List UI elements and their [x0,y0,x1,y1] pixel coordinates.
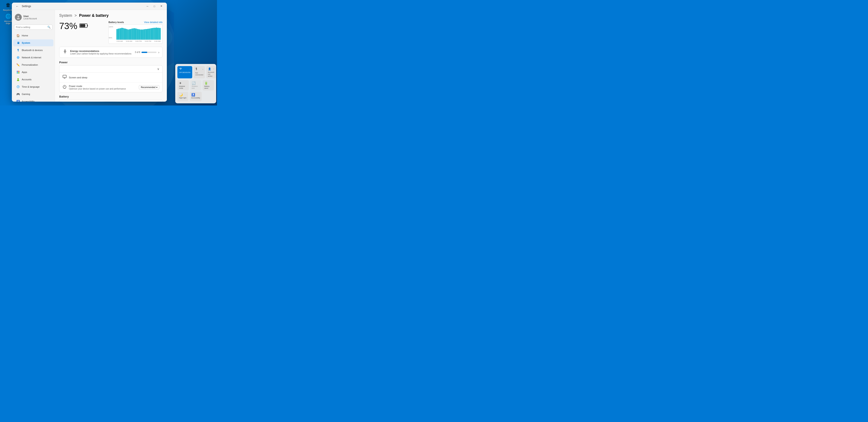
energy-title: Energy recommendations [70,50,135,52]
power-mode-dropdown[interactable]: Recommended ▾ [139,85,159,89]
sidebar-item-bluetooth[interactable]: Bluetooth & devices [13,47,53,54]
chart-bar [129,29,130,40]
sidebar-item-accounts[interactable]: Accounts [13,76,53,83]
qs-wifi-tile[interactable]: › UPCBD3D25D [177,66,192,79]
screen-sleep-row[interactable]: Screen and sleep [59,72,162,83]
gaming-icon: 🎮 [16,92,20,96]
qs-account-icon: 👤 [208,67,211,70]
energy-icon [62,49,68,55]
chart-x-labels: 3:00 AM 9:00 AM 3:00 PM 9:00 PM 3:00 AM [117,40,161,42]
sidebar-item-label: Gaming [22,93,30,95]
sidebar-item-label: Bluetooth & devices [22,49,42,52]
energy-count: 3 of 8 [135,51,140,53]
account-tile-label: Account not active [208,71,214,77]
chart-bar [146,29,147,40]
window-controls: ─ □ ✕ [145,4,164,9]
power-mode-label: Power mode [69,85,139,87]
qs-bluetooth-icon [195,67,197,71]
battery-section-header: Battery [59,95,162,98]
chart-title: Battery levels [108,21,124,24]
desktop: 🗑 Recycle Bin 🌐 Microsoft Edge ← Setting… [0,0,217,106]
screen-sleep-label: Screen and sleep [69,76,159,79]
battery-saver-row[interactable]: Battery saver Extend battery life by lim… [59,100,162,102]
sidebar: User Local Account 🔍 🏠 Home 🖥 System [12,10,55,102]
power-mode-row[interactable]: Power mode Optimize your device based on… [59,83,162,92]
svg-point-21 [64,51,66,52]
qs-accessibility-tile[interactable]: ♿ Accessibility [190,92,202,101]
personalization-icon: ✏️ [16,63,20,67]
power-expand-header[interactable]: ∨ [59,65,162,72]
maximize-button[interactable]: □ [151,4,157,9]
chart-bar [138,29,140,40]
breadcrumb: System > Power & battery [59,13,162,18]
search-icon: 🔍 [48,26,51,29]
qs-bluetooth-tile[interactable]: › Not connected [193,66,205,79]
avatar [15,14,22,21]
chart-bar [121,28,123,40]
chart-bar [157,28,158,40]
chart-bar [117,29,118,40]
search-box[interactable]: 🔍 [14,25,53,30]
sidebar-item-label: Accounts [22,78,31,81]
wifi-icon [179,67,182,71]
accounts-icon [16,78,20,81]
battery-chart: 100% 50% 3:00 AM 9:00 AM 3:00 PM 9:00 PM [108,24,162,44]
sidebar-item-accessibility[interactable]: ♿ Accessibility [13,98,53,102]
qs-account-arrow-icon: › [214,68,214,70]
chart-bar [156,28,157,40]
close-button[interactable]: ✕ [158,4,164,9]
qs-battery-saver-tile[interactable]: 🔋 Battery saver [203,80,214,90]
chart-bar [128,30,129,40]
sidebar-item-home[interactable]: 🏠 Home [13,32,53,39]
minimize-button[interactable]: ─ [145,4,151,9]
sidebar-item-personalization[interactable]: ✏️ Personalization [13,61,53,68]
breadcrumb-arrow: > [74,13,77,18]
energy-recommendations-card[interactable]: Energy recommendations Lower your carbon… [59,47,162,58]
sidebar-item-label: Time & language [22,86,40,88]
view-detailed-link[interactable]: View detailed info [144,21,162,24]
settings-window: ← Settings ─ □ ✕ [12,3,167,102]
battery-percentage-block: 73% [59,21,104,44]
qs-accessibility-icon: ♿ [191,93,195,96]
airplane-icon: ✈ [179,81,182,85]
chart-bar [134,28,135,40]
accessibility-tile-label: Accessibility [191,97,200,99]
power-mode-value: Recommended [141,86,155,89]
rotation-icon: 🔄 [192,81,195,85]
user-name: User [24,15,37,18]
qs-rotation-tile[interactable]: 🔄 Rotation lock [190,80,202,90]
quick-settings-panel: › UPCBD3D25D › Not connected [175,64,216,103]
settings-body: User Local Account 🔍 🏠 Home 🖥 System [12,10,167,102]
night-light-label: Night light [179,97,186,99]
search-input[interactable] [16,26,48,28]
sidebar-item-apps[interactable]: Apps [13,69,53,76]
qs-airplane-tile[interactable]: ✈ Airplane mode [177,80,189,90]
chart-bar [141,30,142,40]
sidebar-item-network[interactable]: Network & internet [13,54,53,61]
chart-bar [130,29,131,40]
battery-chart-block: Battery levels View detailed info 100% 5… [108,21,162,44]
chart-bar [120,28,121,40]
svg-point-13 [17,80,19,81]
sidebar-item-gaming[interactable]: 🎮 Gaming [13,91,53,97]
svg-rect-11 [18,72,19,73]
power-mode-icon [62,85,67,90]
qs-bluetooth-arrow-icon: › [203,68,203,70]
back-button[interactable]: ← [14,4,20,8]
sidebar-item-system[interactable]: 🖥 System [13,39,53,46]
energy-chevron-icon: › [158,51,159,54]
night-light-icon: 🌙 [179,93,183,96]
breadcrumb-current: Power & battery [79,13,109,18]
sidebar-item-time[interactable]: Time & language [13,83,53,90]
qs-battery-icon: 🔋 [204,81,208,85]
chart-bar [131,29,132,40]
airplane-label: Airplane mode [179,85,187,89]
chart-bar [158,28,159,40]
user-type: Local Account [24,18,37,20]
qs-account-tile[interactable]: 👤 › Account not active [206,66,216,79]
system-icon: 🖥 [16,41,20,45]
chart-bar [136,29,137,40]
sidebar-item-label: System [22,41,30,44]
chart-bar [142,30,143,40]
qs-night-light-tile[interactable]: 🌙 Night light [177,92,188,101]
